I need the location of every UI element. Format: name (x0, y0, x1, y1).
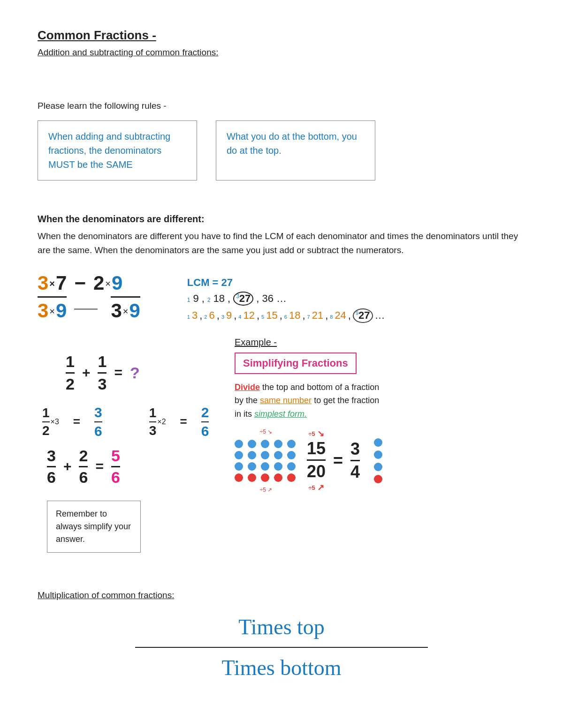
remember-box: Remember to always simplify your answer. (47, 501, 141, 553)
separator-line (135, 647, 428, 648)
final-frac-56: 5 6 (111, 447, 120, 487)
result-frac-26: 2 6 (201, 405, 209, 439)
subtitle: Addition and subtracting of common fract… (38, 47, 525, 58)
rule-box-2: What you do at the bottom, you do at the… (216, 120, 375, 180)
same-number-phrase: same number (260, 396, 312, 405)
example-label: Example - (235, 337, 277, 347)
dot (248, 462, 256, 471)
dot (274, 451, 282, 459)
dot (261, 473, 269, 482)
dot (274, 440, 282, 448)
dot (235, 440, 243, 448)
work-frac-third: 1 3 (149, 405, 157, 438)
simplifying-title: Simplifying Fractions (235, 353, 357, 374)
equals-sign-1: = (114, 365, 122, 381)
frac-2x9-top: 2 × 9 (93, 272, 122, 294)
page-container: Common Fractions - Addition and subtract… (38, 28, 525, 680)
final-answer: 3 6 + 2 6 = 5 6 (47, 447, 216, 487)
plus-sign: + (82, 365, 91, 381)
lcm-row1: 19 , 218 , 327 , 36 … (187, 292, 385, 306)
simplest-form-phrase: simplest form. (254, 409, 307, 419)
dot-fraction-area: ÷5 ↘ (235, 428, 525, 493)
dot (274, 462, 282, 471)
dot (261, 451, 269, 459)
dot (287, 473, 296, 482)
dot (287, 440, 296, 448)
half-frac: 1 2 (66, 353, 75, 393)
result-frac-36: 3 6 (94, 405, 102, 439)
work-row-1: 1 2 ×3 = 3 6 1 3 ×2 (42, 405, 216, 439)
frac-15-20: 15 20 (307, 439, 326, 481)
times-bottom: Times bottom (38, 655, 525, 680)
dot-grid (235, 440, 297, 482)
mult-subtitle: Multiplication of common fractions: (38, 590, 525, 600)
lcm-title: LCM = 27 (187, 277, 385, 289)
dot (248, 451, 256, 459)
divide-word: Divide (235, 383, 260, 392)
final-frac-26: 2 6 (79, 447, 88, 487)
simplifying-section: Simplifying Fractions Divide the top and… (235, 353, 525, 493)
dot (374, 463, 382, 471)
section1-heading: When the denominators are different: (38, 214, 525, 225)
intro-text: Please learn the following rules - (38, 101, 525, 111)
dot (374, 475, 382, 483)
dot (374, 450, 382, 459)
rule-box-1: When adding and subtracting fractions, t… (38, 120, 197, 180)
lcm-section: LCM = 27 19 , 218 , 327 , 36 … 13 , 26 ,… (187, 277, 385, 323)
section1-desc: When the denominators are different you … (38, 229, 525, 258)
big-question: 1 2 + 1 3 = ? (66, 353, 216, 393)
main-title: Common Fractions - (38, 28, 525, 43)
dot (235, 462, 243, 471)
dot (248, 473, 256, 482)
dot (261, 462, 269, 471)
dot (274, 473, 282, 482)
minus-sign: − (74, 272, 86, 294)
lcm-row2: 13 , 26 , 39 , 412 , 515 , 618 , 721 , 8… (187, 308, 385, 323)
mult-section: Multiplication of common fractions: Time… (38, 590, 525, 680)
dot (374, 438, 382, 447)
times-top: Times top (38, 615, 525, 639)
rule-boxes: When adding and subtracting fractions, t… (38, 120, 525, 180)
frac-3-4: 3 4 (350, 439, 360, 482)
example-left: 1 2 + 1 3 = ? 1 2 ×3 (38, 353, 216, 553)
dot (235, 473, 243, 482)
work-frac-half: 1 2 (42, 405, 50, 438)
dot (261, 440, 269, 448)
third-frac: 1 3 (98, 353, 107, 393)
dot (248, 440, 256, 448)
fraction-demo: 3 × 7 − 2 × 9 3 × (38, 272, 525, 323)
dot (235, 451, 243, 459)
frac-3x7: 3 × 7 (38, 272, 67, 294)
dot (287, 462, 296, 471)
question-mark: ? (130, 364, 140, 382)
final-frac-36: 3 6 (47, 447, 56, 487)
simplify-text: Divide the top and bottom of a fraction … (235, 381, 385, 421)
dot (287, 451, 296, 459)
